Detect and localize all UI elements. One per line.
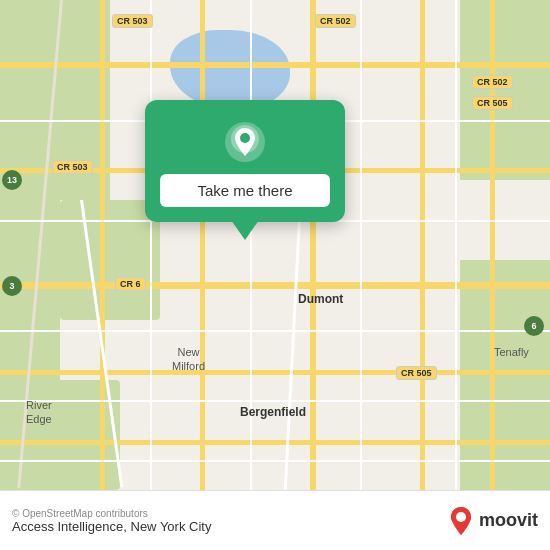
road-vert-mid — [200, 0, 205, 490]
road-label-cr502-top: CR 502 — [315, 14, 356, 28]
footer-bar: © OpenStreetMap contributors Access Inte… — [0, 490, 550, 550]
minor-road-h5 — [0, 460, 550, 462]
svg-point-3 — [456, 512, 466, 522]
road-vert-right — [420, 0, 425, 490]
road-label-cr505-r: CR 505 — [472, 96, 513, 110]
green-area-mid-left — [60, 200, 160, 320]
highway-label-6: 6 — [524, 316, 544, 336]
location-title: Access Intelligence, New York City — [12, 519, 211, 534]
green-area-bottom-right — [460, 260, 550, 490]
place-label-tenafly: Tenafly — [494, 346, 529, 358]
road-label-cr503-top: CR 503 — [112, 14, 153, 28]
place-label-new-milford: NewMilford — [172, 345, 205, 373]
green-area-top-right — [460, 0, 550, 180]
place-label-dumont: Dumont — [298, 292, 343, 306]
road-vert-left — [100, 0, 105, 490]
highway-label-3: 3 — [2, 276, 22, 296]
moovit-logo: moovit — [447, 505, 538, 537]
road-label-cr503-l: CR 503 — [52, 160, 93, 174]
road-vert-center — [310, 0, 316, 490]
road-label-cr502-r: CR 502 — [472, 75, 513, 89]
moovit-pin-icon — [447, 505, 475, 537]
take-me-there-button[interactable]: Take me there — [160, 174, 330, 207]
map-container[interactable]: CR 503 CR 502 CR 502 CR 505 CR 503 CR 6 … — [0, 0, 550, 490]
highway-label-13: 13 — [2, 170, 22, 190]
popup-card: Take me there — [145, 100, 345, 222]
road-vert-far-right — [490, 0, 495, 490]
road-cr6 — [0, 282, 550, 289]
road-label-cr505-bot: CR 505 — [396, 366, 437, 380]
minor-road-h4 — [0, 400, 550, 402]
road-label-cr6: CR 6 — [115, 277, 146, 291]
minor-road-v1 — [150, 0, 152, 490]
svg-point-2 — [240, 133, 250, 143]
road-cr505-h — [0, 370, 550, 375]
minor-road-v3 — [360, 0, 362, 490]
location-pin-icon — [223, 120, 267, 164]
place-label-river-edge: RiverEdge — [26, 398, 52, 426]
road-cr502 — [0, 62, 550, 68]
minor-road-v4 — [455, 0, 457, 490]
map-attribution: © OpenStreetMap contributors — [12, 508, 211, 519]
road-lower-h — [0, 440, 550, 445]
moovit-brand-text: moovit — [479, 510, 538, 531]
minor-road-h3 — [0, 330, 550, 332]
place-label-bergenfield: Bergenfield — [240, 405, 306, 419]
footer-info: © OpenStreetMap contributors Access Inte… — [12, 508, 211, 534]
